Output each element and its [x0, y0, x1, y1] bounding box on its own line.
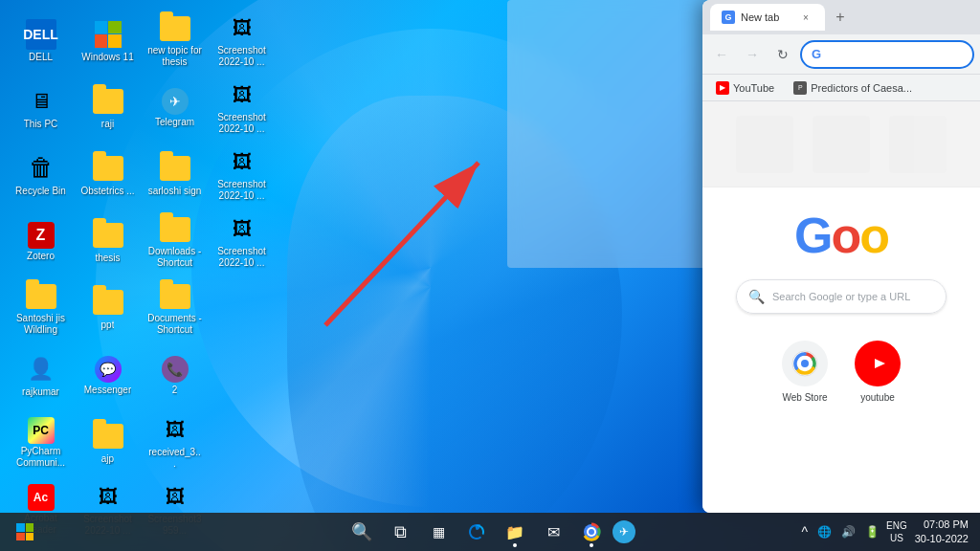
google-letter-g: G — [794, 208, 831, 263]
new-tab-search-bar[interactable]: 🔍 Search Google or type a URL — [736, 279, 947, 314]
taskbar-center: 🔍 ⧉ ▦ 📁 — [345, 515, 635, 549]
desktop-icon-blank3 — [211, 411, 273, 474]
icon-label-santoshi: Santoshi jis Wildling — [13, 313, 68, 336]
desktop-icon-new-topic[interactable]: new topic for thesis — [144, 10, 206, 72]
desktop-icon-thispc[interactable]: 🖥 This PC — [10, 77, 72, 139]
desktop-icon-screenshot4[interactable]: 🖼 Screenshot 2022-10 ... — [211, 210, 273, 273]
desktop-icon-messenger[interactable]: 💬 Messenger — [77, 344, 139, 407]
webstore-icon — [782, 341, 828, 386]
desktop-icon-ppt[interactable]: ppt — [77, 277, 139, 340]
language-indicator[interactable]: ENGUS — [886, 519, 907, 544]
reload-button[interactable]: ↻ — [769, 41, 796, 68]
google-letter-o1: o — [831, 208, 859, 263]
taskbar-widgets-button[interactable]: ▦ — [421, 515, 456, 549]
desktop-icon-zotero[interactable]: Z Zotero — [10, 210, 72, 273]
start-button[interactable] — [8, 515, 42, 549]
youtube-label: youtube — [860, 392, 895, 403]
desktop-icon-sarloshi[interactable]: sarloshi sign — [144, 143, 206, 206]
taskbar-search-button[interactable]: 🔍 — [345, 515, 379, 549]
new-tab-button[interactable]: + — [829, 6, 852, 29]
bookmarks-bar: ▶ YouTube P Predictors of Caesa... — [702, 75, 980, 101]
taskbar-telegram-wrap: ✈ — [612, 520, 635, 543]
search-placeholder: Search Google or type a URL — [772, 291, 910, 302]
taskbar-edge-button[interactable] — [459, 515, 494, 549]
folder-icon-santoshi — [26, 284, 56, 309]
clock-date: 30-10-2022 — [915, 532, 969, 546]
desktop-icon-santoshi[interactable]: Santoshi jis Wildling — [10, 277, 72, 340]
taskbar-mail-button[interactable]: ✉ — [536, 515, 570, 549]
taskbar-taskview-wrap: ⧉ — [383, 515, 417, 549]
shortcut-youtube[interactable]: youtube — [847, 333, 908, 410]
chrome-window: G New tab × + ← → ↻ G ▶ YouTube — [702, 0, 980, 513]
recycle-icon: 🗑 — [29, 153, 54, 183]
chrome-active-indicator — [590, 543, 593, 547]
taskbar-left — [0, 515, 42, 549]
desktop-icon-obstetrics[interactable]: Obstetrics ... — [77, 143, 139, 206]
youtube-favicon-icon: ▶ — [716, 81, 729, 95]
bookmark-youtube-label: YouTube — [733, 82, 774, 94]
desktop-icon-screenshot1[interactable]: 🖼 Screenshot 2022-10 ... — [211, 10, 273, 72]
tray-chevron[interactable]: ^ — [798, 522, 811, 541]
shortcut-webstore[interactable]: Web Store — [774, 333, 835, 410]
shortcuts-section: Web Store youtube — [774, 333, 908, 410]
icon-label-dell: DELL — [29, 52, 53, 63]
desktop-icon-ajp[interactable]: ajp — [77, 411, 139, 474]
icon-label-screenshot3: Screenshot 2022-10 ... — [214, 179, 269, 202]
folder-icon-obstetrics — [93, 156, 123, 181]
desktop-icon-rajkumar[interactable]: 👤 rajkumar — [10, 344, 72, 407]
desktop-icon-screenshot3[interactable]: 🖼 Screenshot 2022-10 ... — [211, 143, 273, 206]
tab-label: New tab — [741, 11, 779, 23]
tab-favicon: G — [722, 11, 735, 24]
desktop-icon-blank2 — [211, 344, 273, 407]
taskbar-chrome-wrap — [574, 515, 609, 549]
back-button[interactable]: ← — [708, 41, 735, 68]
folder-icon-sarloshi — [160, 156, 190, 181]
taskbar-mail-wrap: ✉ — [536, 515, 570, 549]
chrome-toolbar: ← → ↻ G — [702, 34, 980, 75]
address-bar[interactable]: G — [800, 40, 974, 69]
desktop-icon-dell[interactable]: DELL DELL — [10, 10, 72, 72]
predictors-bookmark-favicon: P — [793, 81, 807, 95]
svg-point-3 — [801, 360, 809, 367]
icon-label-messenger: Messenger — [84, 385, 131, 396]
bookmark-predictors[interactable]: P Predictors of Caesa... — [788, 79, 918, 97]
bookmark-youtube[interactable]: ▶ YouTube — [710, 79, 780, 97]
desktop-icon-thesis[interactable]: thesis — [77, 210, 139, 273]
forward-button[interactable]: → — [739, 41, 766, 68]
taskbar-widgets-wrap: ▦ — [421, 515, 456, 549]
desktop-icon-received[interactable]: 🖼 received_3... — [144, 411, 206, 474]
tab-close-button[interactable]: × — [798, 10, 813, 25]
desktop-icon-screenshot2[interactable]: 🖼 Screenshot 2022-10 ... — [211, 77, 273, 139]
desktop-icon-raji[interactable]: raji — [77, 77, 139, 139]
tray-sound[interactable]: 🔊 — [838, 523, 858, 540]
system-clock[interactable]: 07:08 PM 30-10-2022 — [911, 518, 972, 547]
icon-label-raji: raji — [101, 119, 114, 130]
desktop-icon-windows11[interactable]: Windows 11 — [77, 10, 139, 72]
desktop-icon-pycharm[interactable]: PC PyCharm Communi... — [10, 411, 72, 474]
tray-network[interactable]: 🌐 — [814, 523, 835, 540]
icon-label-recycle: Recycle Bin — [15, 186, 66, 197]
taskbar-taskview-button[interactable]: ⧉ — [383, 515, 417, 549]
desktop-icon-viber[interactable]: 📞 2 — [144, 344, 206, 407]
desktop-icon-recycle[interactable]: 🗑 Recycle Bin — [10, 143, 72, 206]
bookmark-predictors-label: Predictors of Caesa... — [811, 82, 912, 94]
chrome-tab-active[interactable]: G New tab × — [710, 4, 825, 31]
taskbar-telegram-button[interactable]: ✈ — [612, 520, 635, 543]
icon-label-thesis: thesis — [95, 253, 120, 264]
desktop-icon-downloads[interactable]: Downloads - Shortcut — [144, 210, 206, 273]
explorer-active-indicator — [513, 543, 517, 547]
windows11-icon — [95, 21, 122, 48]
folder-icon-new-topic — [160, 16, 190, 41]
tray-battery[interactable]: 🔋 — [862, 523, 882, 540]
icon-label-sarloshi: sarloshi sign — [148, 186, 202, 197]
icon-label-thispc: This PC — [24, 119, 58, 130]
start-icon — [16, 523, 33, 540]
desktop-icon-telegram[interactable]: ✈ Telegram — [144, 77, 206, 139]
youtube-shortcut-icon — [855, 341, 901, 386]
icon-label-screenshot2: Screenshot 2022-10 ... — [214, 112, 269, 135]
icon-label-ajp: ajp — [101, 453, 114, 465]
icon-label-screenshot4: Screenshot 2022-10 ... — [214, 246, 269, 269]
icon-label-downloads: Downloads - Shortcut — [147, 246, 202, 269]
youtube-bookmark-favicon: ▶ — [716, 81, 729, 95]
desktop-icon-documents[interactable]: Documents - Shortcut — [144, 277, 206, 340]
